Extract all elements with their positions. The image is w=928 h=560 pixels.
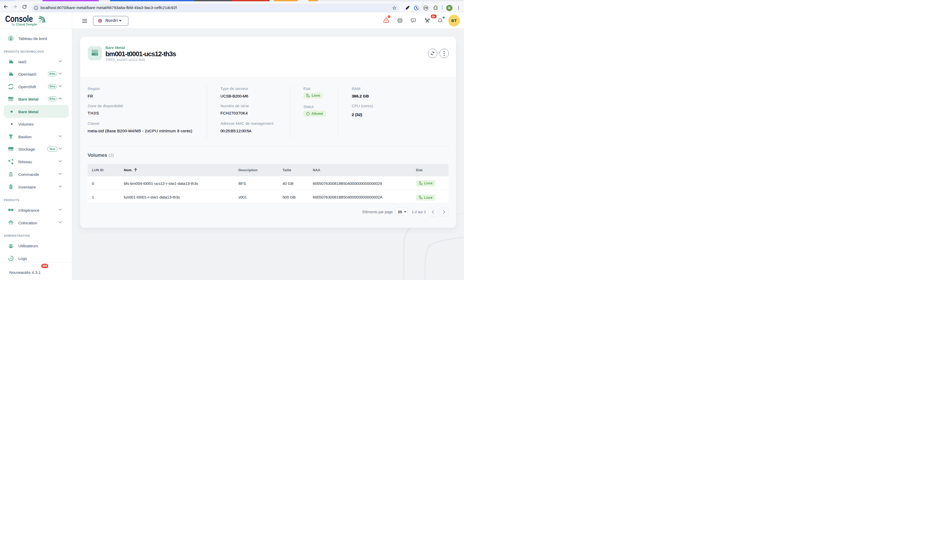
svg-text:rM: rM (424, 7, 427, 9)
